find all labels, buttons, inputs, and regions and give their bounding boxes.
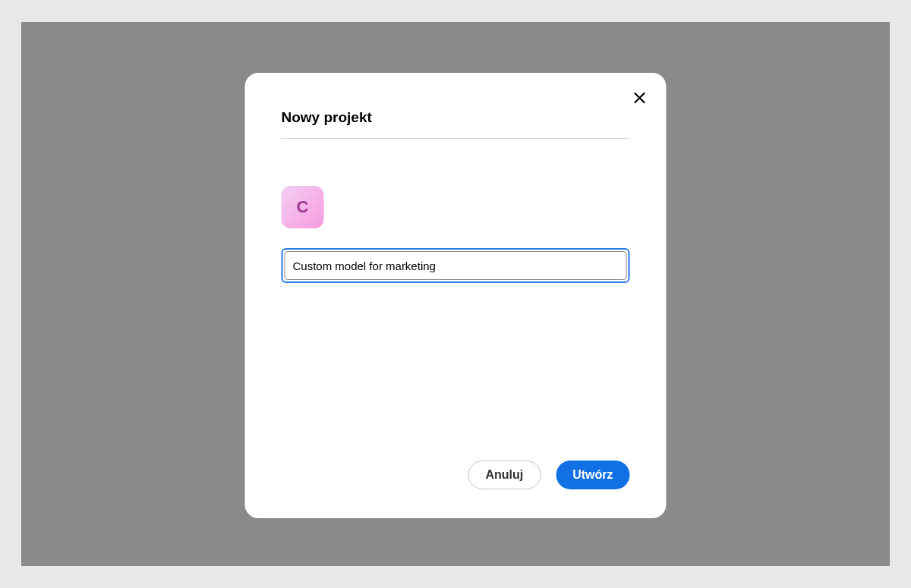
- close-button[interactable]: [632, 90, 648, 106]
- dialog-title: Nowy projekt: [282, 109, 630, 139]
- cancel-button-label: Anuluj: [485, 468, 523, 482]
- cancel-button[interactable]: Anuluj: [468, 461, 541, 489]
- project-name-focus-ring: [282, 248, 630, 283]
- dialog-content: Nowy projekt C: [245, 73, 667, 283]
- create-button-label: Utwórz: [572, 468, 613, 482]
- dialog-footer: Anuluj Utwórz: [468, 461, 629, 489]
- new-project-dialog: Nowy projekt C Anuluj Utwórz: [245, 73, 667, 518]
- project-icon: C: [282, 186, 324, 228]
- project-name-input[interactable]: [285, 251, 627, 280]
- project-icon-letter: C: [297, 197, 309, 217]
- create-button[interactable]: Utwórz: [556, 461, 629, 489]
- close-icon: [634, 92, 646, 104]
- project-name-field-wrapper: [282, 248, 630, 283]
